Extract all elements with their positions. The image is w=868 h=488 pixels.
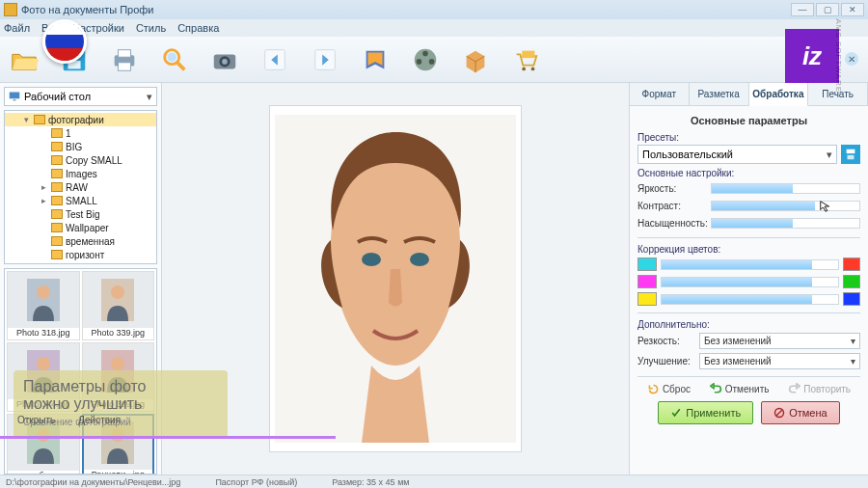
cart-icon[interactable] <box>509 43 542 76</box>
tree-item[interactable]: Test Big <box>5 207 156 221</box>
svg-rect-5 <box>118 62 130 69</box>
tree-label: горизонт <box>66 250 104 260</box>
extra-label: Дополнительно: <box>637 319 860 330</box>
cc-label: Коррекция цветов: <box>637 244 860 255</box>
save-preset-button[interactable] <box>841 145 860 164</box>
person-icon <box>101 279 134 321</box>
apply-button[interactable]: Применить <box>658 401 753 424</box>
preset-select[interactable]: Пользовательский ▾ <box>637 145 837 164</box>
color-swatch <box>637 258 657 271</box>
overlay-open[interactable]: Открыть <box>17 415 55 425</box>
folder-icon <box>51 223 63 232</box>
undo-action[interactable]: Отменить <box>710 383 770 395</box>
redo-action[interactable]: Повторить <box>788 383 851 395</box>
svg-rect-39 <box>847 149 855 153</box>
video-progress[interactable] <box>0 436 336 439</box>
toolbar-close-icon[interactable]: ✕ <box>845 52 858 66</box>
tree-label: RAW <box>66 182 88 193</box>
tree-item[interactable]: ▸RAW <box>5 180 156 194</box>
reset-action[interactable]: Сброс <box>647 383 691 395</box>
thumbnail[interactable]: Photo 339.jpg <box>82 271 155 340</box>
folder-icon <box>51 155 63 165</box>
tab-markup[interactable]: Разметка <box>690 83 749 105</box>
tree-item[interactable]: временная <box>5 234 156 248</box>
package-icon[interactable] <box>459 43 492 76</box>
open-folder-icon[interactable] <box>8 43 41 76</box>
color-slider[interactable] <box>661 277 839 287</box>
prev-icon[interactable] <box>258 43 291 76</box>
enhance-label: Улучшение: <box>637 356 695 366</box>
overlay-line1: Параметры фото <box>23 378 218 395</box>
svg-point-36 <box>362 253 381 266</box>
svg-point-26 <box>111 285 124 299</box>
tree-item[interactable]: горизонт <box>5 248 156 261</box>
svg-point-18 <box>522 67 526 70</box>
reel-icon[interactable] <box>409 43 442 76</box>
overlay-hint: Параметры фото можно улучшить Сравнение … <box>14 370 228 438</box>
basic-label: Основные настройки: <box>637 168 860 178</box>
desktop-icon <box>9 91 20 102</box>
tree-label: Images <box>66 169 97 179</box>
color-correction-row <box>637 257 860 272</box>
menu-style[interactable]: Стиль <box>136 22 166 34</box>
status-passport: Паспорт РФ (новый) <box>215 477 297 487</box>
guide-icon[interactable] <box>359 43 392 76</box>
tab-format[interactable]: Формат <box>630 83 690 105</box>
menu-help[interactable]: Справка <box>177 22 219 34</box>
folder-selector[interactable]: Рабочий стол ▾ <box>4 87 157 106</box>
camera-icon[interactable] <box>208 43 241 76</box>
flag-badge-russia <box>42 19 87 64</box>
tree-label: Copy SMALL <box>66 155 122 166</box>
maximize-button[interactable]: ▢ <box>816 3 839 16</box>
chevron-down-icon: ▾ <box>851 356 855 366</box>
svg-point-8 <box>168 52 176 61</box>
tree-item[interactable]: Copy SMALL <box>5 153 156 167</box>
svg-point-11 <box>222 59 228 65</box>
cancel-button[interactable]: Отмена <box>761 401 839 424</box>
magnifier-icon[interactable] <box>158 43 191 76</box>
color-slider[interactable] <box>661 294 839 305</box>
tree-item[interactable]: Images <box>5 167 156 180</box>
menu-file[interactable]: Файл <box>4 22 30 34</box>
color-correction-row <box>637 274 860 289</box>
minimize-button[interactable]: — <box>791 3 814 16</box>
color-swatch <box>843 258 860 271</box>
tree-label: Wallpaper <box>66 223 109 233</box>
saturation-slider[interactable] <box>711 218 860 229</box>
brightness-slider[interactable] <box>711 183 860 194</box>
next-icon[interactable] <box>309 43 341 76</box>
tree-item[interactable]: Wallpaper <box>5 221 156 234</box>
thumbnail[interactable]: Photo 318.jpg <box>7 271 80 340</box>
folder-selected-label: Рабочий стол <box>24 91 91 102</box>
svg-rect-21 <box>10 93 20 99</box>
folder-icon <box>51 196 63 205</box>
enhance-select[interactable]: Без изменений▾ <box>699 353 860 369</box>
tree-label: фотографии <box>48 115 104 125</box>
folder-tree[interactable]: ▾фотографии1BIGCopy SMALLImages▸RAW▸SMAL… <box>4 110 157 264</box>
cursor-icon <box>819 200 832 213</box>
right-tabs: Формат Разметка Обработка Печать <box>630 83 868 106</box>
svg-point-19 <box>531 67 535 70</box>
window-title: Фото на документы Профи <box>21 4 154 15</box>
color-slider[interactable] <box>661 259 839 270</box>
overlay-actions-label[interactable]: Действия <box>78 415 121 425</box>
tree-item[interactable]: ▸SMALL <box>5 194 156 207</box>
tree-item[interactable]: BIG <box>5 140 156 153</box>
contrast-slider[interactable] <box>711 201 860 211</box>
close-button[interactable]: ✕ <box>841 3 864 16</box>
tree-label: SMALL <box>66 196 97 206</box>
tree-item[interactable]: 1 <box>5 126 156 140</box>
svg-line-42 <box>776 410 782 416</box>
svg-line-7 <box>177 62 185 69</box>
print-icon[interactable] <box>108 43 141 76</box>
titlebar: Фото на документы Профи — ▢ ✕ <box>0 0 868 19</box>
contrast-label: Контраст: <box>637 201 707 211</box>
sharpness-select[interactable]: Без изменений▾ <box>699 333 860 349</box>
status-size: Размер: 35 x 45 мм <box>332 477 409 487</box>
tab-processing[interactable]: Обработка <box>749 83 809 106</box>
watermark: AMS SOFTWARE <box>834 18 843 93</box>
thumb-label: Photo 339.jpg <box>83 328 154 339</box>
tree-item[interactable]: ▾фотографии <box>5 113 156 126</box>
folder-icon <box>51 182 63 192</box>
person-icon <box>27 279 60 321</box>
